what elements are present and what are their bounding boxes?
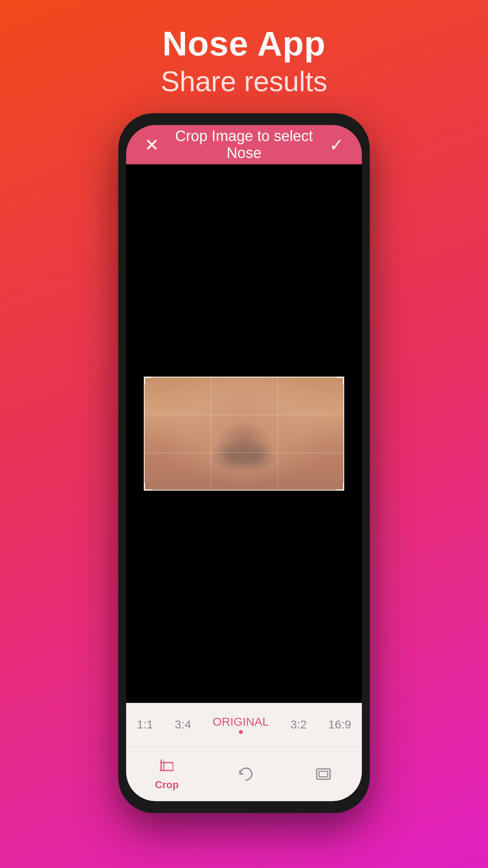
aspect-icon (314, 764, 333, 784)
crop-icon (157, 757, 177, 776)
svg-rect-9 (319, 771, 328, 777)
aspect-tool-button[interactable] (314, 764, 333, 784)
close-button[interactable]: ✕ (142, 135, 161, 155)
bottom-toolbar: Crop (126, 746, 362, 801)
app-subtitle: Share results (161, 65, 327, 97)
app-title: Nose App (162, 24, 325, 64)
top-bar: ✕ Crop Image to select Nose ✓ (126, 125, 362, 164)
crop-container[interactable] (144, 377, 344, 491)
rotate-icon (236, 764, 256, 784)
header-section: Nose App Share results (0, 0, 488, 113)
corner-br (336, 483, 344, 491)
crop-label: Crop (155, 779, 179, 791)
svg-rect-4 (164, 763, 173, 771)
rotate-tool-button[interactable] (236, 764, 256, 784)
ratio-bar: 1:1 3:4 ORIGINAL 3:2 16:9 (126, 703, 362, 746)
crop-title: Crop Image to select Nose (161, 128, 327, 162)
ratio-active-dot (239, 730, 243, 734)
corner-tl (144, 377, 152, 384)
ratio-1-1[interactable]: 1:1 (130, 715, 160, 734)
ratio-3-2[interactable]: 3:2 (284, 715, 313, 734)
image-area (126, 164, 362, 703)
phone-device: ✕ Crop Image to select Nose ✓ (118, 113, 370, 813)
ratio-original[interactable]: ORIGINAL (206, 712, 275, 737)
corner-bl (144, 483, 152, 491)
ratio-16-9[interactable]: 16:9 (322, 715, 357, 734)
crop-tool-button[interactable]: Crop (155, 757, 179, 791)
confirm-button[interactable]: ✓ (327, 135, 346, 155)
phone-screen: ✕ Crop Image to select Nose ✓ (126, 125, 362, 801)
ratio-3-4[interactable]: 3:4 (169, 715, 198, 734)
corner-tr (336, 377, 344, 384)
crop-border (144, 377, 344, 491)
